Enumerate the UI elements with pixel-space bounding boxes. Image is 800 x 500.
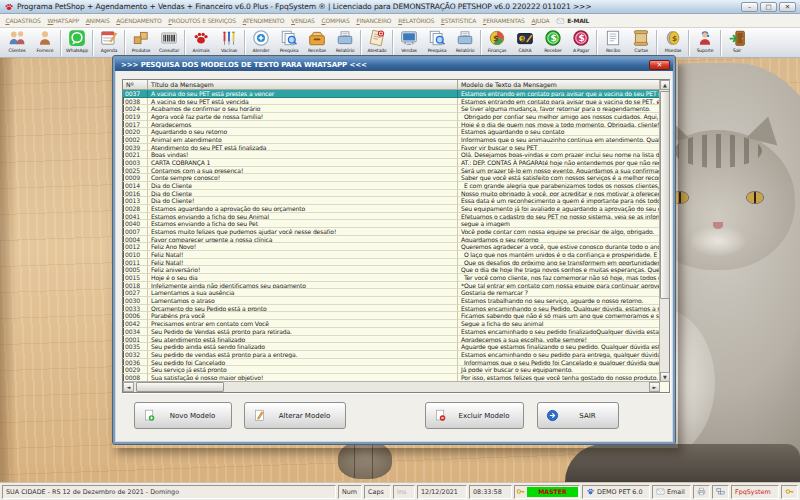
scroll-up-arrow-icon[interactable]: ▲ <box>660 80 670 90</box>
menu-item-produtos-e-servicos[interactable]: PRODUTOS E SERVIÇOS <box>165 17 239 24</box>
toolbar-button-vendas[interactable]: Vendas <box>395 29 423 57</box>
table-row[interactable]: 0037A vacina do seu PET está prestes a v… <box>123 90 669 98</box>
table-row[interactable]: 0019Agora você faz parte de nossa famíli… <box>123 113 669 121</box>
toolbar-button-moedas[interactable]: Moedas <box>659 29 687 57</box>
menu-item-financeiro[interactable]: FINANCEIRO <box>353 17 395 24</box>
table-row[interactable]: 0039Atendimento do seu PET está finaliza… <box>123 144 669 152</box>
table-row[interactable]: 0007Estamos muito felizes que pudemos aj… <box>123 228 669 236</box>
menu-item-cadastros[interactable]: CADASTROS <box>2 17 44 24</box>
dialog-close-button[interactable]: ✕ <box>649 60 670 70</box>
toolbar-button-clientes[interactable]: Clientes <box>3 29 31 57</box>
table-row[interactable]: 0028Estamos aguardando a aprovação do se… <box>123 205 669 213</box>
status-printer[interactable] <box>693 485 710 499</box>
table-row[interactable]: 0025Contamos com a sua presença!Será um … <box>123 167 669 175</box>
toolbar-button-whatsapp[interactable]: WhatsApp <box>63 29 91 57</box>
toolbar-button-animais[interactable]: Animais <box>187 29 215 57</box>
table-row[interactable]: 0030Lamentamos o atrasoEstamos trabalhan… <box>123 297 669 305</box>
table-row[interactable]: 0004Favor comparecer urgente a nossa clí… <box>123 236 669 244</box>
button-label: Excluir Modelo <box>453 412 515 420</box>
toolbar-button-sair[interactable]: Sair <box>723 29 751 57</box>
table-row[interactable]: 0005Feliz aniversário!Que o dia de hoje … <box>123 266 669 274</box>
toolbar-button-recibo[interactable]: Recibo <box>599 29 627 57</box>
column-header-text[interactable]: Modelo de Texto da Mensagem <box>458 80 669 90</box>
toolbar-button-relatorio[interactable]: Relatório <box>451 29 479 57</box>
toolbar-button-a-pagar[interactable]: A Pagar <box>567 29 595 57</box>
menu-item-ferramentas[interactable]: FERRAMENTAS <box>480 17 529 24</box>
scroll-down-arrow-icon[interactable]: ▼ <box>660 372 670 382</box>
toolbar-button-atender[interactable]: Atender <box>247 29 275 57</box>
table-row[interactable]: 0014Dia do Cliente_E com grande alegria … <box>123 182 669 190</box>
menu-item-animais[interactable]: ANIMAIS <box>82 17 113 24</box>
vertical-scroll-thumb[interactable] <box>660 91 670 299</box>
dialog-titlebar[interactable]: >>> PESQUISA DOS MODELOS DE TEXTO PARA W… <box>115 58 673 71</box>
menu-item-atendimento[interactable]: ATENDIMENTO <box>239 17 287 24</box>
scroll-left-arrow-icon[interactable]: ◄ <box>123 382 134 392</box>
table-row[interactable]: 0018Infelizmente ainda não identificamos… <box>123 282 669 290</box>
scroll-right-arrow-icon[interactable]: ► <box>649 382 660 392</box>
maximize-button[interactable]: □ <box>760 2 777 12</box>
menu-item-relatorios[interactable]: RELATÓRIOS <box>395 17 438 24</box>
table-row[interactable]: 0002Animal em atendimentoInformamos que … <box>123 136 669 144</box>
menu-item-estatistica[interactable]: ESTATISTICA <box>438 17 480 24</box>
menu-item-whatsapp[interactable]: WHATSAPP <box>44 17 82 24</box>
toolbar-button-relatorio[interactable]: Relatório <box>331 29 359 57</box>
toolbar-button-pesquisa[interactable]: Pesquisa <box>275 29 303 57</box>
menu-item-compras[interactable]: COMPRAS <box>318 17 353 24</box>
table-row[interactable]: 0042Precisamos entrar em contato com Voc… <box>123 320 669 328</box>
menu-item-agendamento[interactable]: AGENDAMENTO <box>113 17 165 24</box>
table-row[interactable]: 0024Acabamos de confirmar o seu horárioS… <box>123 105 669 113</box>
toolbar-button-caixa[interactable]: CAIXA <box>511 29 539 57</box>
status-network[interactable] <box>712 485 729 499</box>
toolbar-button-suporte[interactable]: Suporte <box>691 29 719 57</box>
table-row[interactable]: 0016Dia do ClienteNosso muito obrigado à… <box>123 190 669 198</box>
toolbar-button-fornece[interactable]: Fornece <box>31 29 59 57</box>
toolbar-button-atestado[interactable]: Atestado <box>363 29 391 57</box>
toolbar-button-produtos[interactable]: Produtos <box>127 29 155 57</box>
table-row[interactable]: 0006Parabéns pra vocêFicamos sabendo que… <box>123 312 669 320</box>
column-header-title[interactable]: Título da Mensagem <box>148 80 458 90</box>
table-row[interactable]: 0011Feliz Natal!_Que os desafios do próx… <box>123 259 669 267</box>
toolbar-button-receitas[interactable]: Receitas <box>303 29 331 57</box>
column-header-number[interactable]: Nº <box>123 80 148 90</box>
table-row[interactable]: 0032Seu pedido de vendas está pronto par… <box>123 351 669 359</box>
table-row[interactable]: 0001Seu atendimento está finalizadoAgrad… <box>123 336 669 344</box>
toolbar-button-receber[interactable]: Receber <box>539 29 567 57</box>
status-email[interactable]: Email <box>652 485 691 499</box>
toolbar-button-agenda[interactable]: Agenda <box>95 29 123 57</box>
table-row[interactable]: 0015Hoje é o seu dia_Ter você como clien… <box>123 274 669 282</box>
table-row[interactable]: 0020Aguardando o seu retornoEstamos agua… <box>123 128 669 136</box>
vertical-scrollbar[interactable]: ▲ ▼ <box>659 80 669 382</box>
close-button[interactable]: ✕ <box>779 2 796 12</box>
table-row[interactable]: 0003CARTA COBRANÇA 1AT.: DEP. CONTAS À P… <box>123 159 669 167</box>
table-row[interactable]: 0021Boas vindas!Olá. Desejamos boas-vind… <box>123 151 669 159</box>
alter-model-button[interactable]: Alterar Modelo <box>244 402 346 429</box>
menu-item-vendas[interactable]: VENDAS <box>288 17 318 24</box>
delete-model-button[interactable]: Excluir Modelo <box>425 402 524 429</box>
table-row[interactable]: 0027Lamentamos a sua ausênciaGostaria de… <box>123 289 669 297</box>
toolbar-button-cartas[interactable]: Cartas <box>627 29 655 57</box>
table-row[interactable]: 0036Seu pedido foi Cancelado_Informamos … <box>123 359 669 367</box>
new-model-button[interactable]: Novo Modelo <box>134 402 232 429</box>
toolbar-button-pesquisa[interactable]: Pesquisa <box>423 29 451 57</box>
toolbar-button-financas[interactable]: Finanças <box>483 29 511 57</box>
table-row[interactable]: 0033Orçamento do seu Pedido está a pront… <box>123 305 669 313</box>
horizontal-scroll-thumb[interactable] <box>136 382 224 392</box>
menu-item-ajuda[interactable]: AJUDA <box>528 17 553 24</box>
horizontal-scrollbar[interactable]: ◄ ► <box>123 381 660 392</box>
menu-item-e-mail[interactable]: E-MAIL <box>553 17 593 25</box>
table-row[interactable]: 0017AgradecemosHoje é o dia de quem nos … <box>123 121 669 129</box>
table-row[interactable]: 0010Feliz Natal!_O laço que nos mantém u… <box>123 251 669 259</box>
table-row[interactable]: 0035Seu pedido ainda está sendo finaliza… <box>123 343 669 351</box>
toolbar-button-consultar[interactable]: Consultar <box>155 29 183 57</box>
minimize-button[interactable]: – <box>741 2 758 12</box>
table-row[interactable]: 0029Seu serviço já está prontoJá pode vi… <box>123 366 669 374</box>
table-row[interactable]: 0038A vacina do seu PET está vencidaEsta… <box>123 98 669 106</box>
table-row[interactable]: 0012Feliz Ano Novo!Queremos agradecer a … <box>123 243 669 251</box>
toolbar-button-vacinas[interactable]: Vacinas <box>215 29 243 57</box>
table-row[interactable]: 0040Estamos enviando a ficha do seu Pets… <box>123 220 669 228</box>
table-row[interactable]: 0009Conte sempre conosco!Saber que você … <box>123 174 669 182</box>
table-row[interactable]: 0013Dia do Cliente!Essa data é um reconh… <box>123 197 669 205</box>
exit-button[interactable]: SAIR <box>537 402 619 429</box>
table-row[interactable]: 0041Estamos enviando a ficha do seu Anim… <box>123 213 669 221</box>
table-row[interactable]: 0034Seu Pedido de Vendas está pronto par… <box>123 328 669 336</box>
